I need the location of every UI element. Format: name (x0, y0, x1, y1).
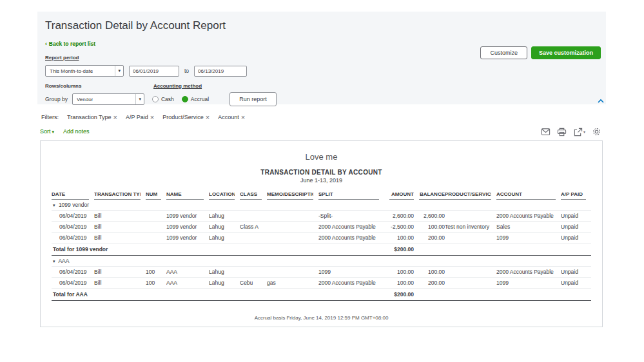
accrual-radio[interactable]: Accrual (182, 96, 209, 102)
printer-icon (557, 128, 567, 137)
group-by-label: Group by (45, 96, 68, 102)
table-cell: 1099 (318, 267, 384, 278)
transaction-row[interactable]: 06/04/2019Bill1099 vendorLahug2000 Accou… (52, 233, 591, 243)
collapse-triangle-icon[interactable]: ▾ (53, 259, 55, 263)
table-cell: 1099 (496, 233, 561, 243)
report-period-controls: This Month-to-date ▾ to (45, 65, 598, 77)
group-by-select-value: Vendor (77, 97, 93, 102)
group-by-select[interactable]: Vendor ▾ (72, 93, 144, 105)
table-cell: 100 (146, 267, 166, 278)
remove-filter-icon[interactable]: × (150, 115, 154, 120)
table-cell: 2000 Accounts Payable (318, 278, 384, 289)
group-row: ▾ 1099 vendor (52, 200, 591, 211)
accounting-method-label: Accounting method (153, 83, 202, 89)
header-action-buttons: Customize Save customization (480, 46, 601, 59)
print-button[interactable] (557, 128, 567, 137)
email-button[interactable] (541, 128, 551, 136)
table-cell: Bill (94, 233, 146, 243)
report-footer: Accrual basis Friday, June 14, 2019 12:5… (41, 315, 602, 321)
export-button[interactable]: ▾ (573, 128, 585, 137)
total-label: Total for AAA (52, 289, 384, 301)
page-title: Transaction Detail by Account Report (45, 19, 598, 32)
report-table-body: ▾ 1099 vendor06/04/2019Bill1099 vendorLa… (52, 200, 591, 301)
rows-columns-label: Rows/columns (45, 83, 81, 89)
table-cell: 200.00 (414, 233, 445, 243)
radio-checked-icon (182, 96, 188, 102)
report-table-head-row: DATETRANSACTION TYPENUMNAMELOCATIONCLASS… (52, 191, 591, 200)
column-header-location: LOCATION (209, 191, 240, 200)
transaction-row[interactable]: 06/04/2019Bill1099 vendorLahugClass A200… (52, 222, 591, 233)
table-cell (445, 211, 496, 222)
gear-icon (592, 127, 601, 137)
filters-label: Filters: (41, 114, 59, 120)
report-settings-button[interactable] (592, 127, 601, 137)
table-cell: 1099 vendor (166, 222, 209, 233)
table-cell: Class A (240, 222, 267, 233)
cash-radio[interactable]: Cash (152, 96, 174, 102)
column-header-memo-description: MEMO/DESCRIPTION (267, 191, 318, 200)
envelope-icon (541, 128, 551, 136)
save-customization-button[interactable]: Save customization (531, 46, 601, 59)
column-header-class: CLASS (240, 191, 267, 200)
table-cell: -2,500.00 (384, 222, 414, 233)
group-by-controls: Group by Vendor ▾ Cash Accrual Run repor… (45, 92, 598, 106)
collapse-triangle-icon[interactable]: ▾ (53, 203, 55, 207)
column-header-amount: AMOUNT (384, 191, 414, 200)
table-cell (445, 233, 496, 243)
table-cell: 2000 Accounts Payable (496, 267, 561, 278)
remove-filter-icon[interactable]: × (241, 115, 245, 120)
table-cell: 100.00 (414, 267, 445, 278)
filter-chip-label: Product/Service (162, 114, 204, 120)
column-header-product-service: PRODUCT/SERVICE (445, 191, 496, 200)
table-cell (445, 278, 496, 289)
run-report-button[interactable]: Run report (229, 92, 277, 106)
table-cell (267, 233, 318, 243)
transaction-row[interactable]: 06/04/2019Bill100AAALahugCebugas2000 Acc… (52, 278, 591, 289)
column-header-date: DATE (52, 191, 94, 200)
table-cell: 06/04/2019 (52, 267, 94, 278)
column-header-split: SPLIT (318, 191, 384, 200)
group-row: ▾ AAA (52, 256, 591, 267)
customize-button[interactable]: Customize (480, 46, 527, 59)
back-to-report-list-link[interactable]: ‹Back to report list (45, 41, 95, 47)
sort-dropdown[interactable]: Sort▾ (40, 128, 54, 135)
group-toggle[interactable]: ▾ AAA (52, 256, 591, 267)
table-cell: Lahug (209, 267, 240, 278)
table-cell (445, 267, 496, 278)
filter-chip-account: Account × (218, 114, 245, 120)
total-filler (414, 289, 591, 301)
report-table: DATETRANSACTION TYPENUMNAMELOCATIONCLASS… (52, 191, 591, 301)
transaction-row[interactable]: 06/04/2019Bill1099 vendorLahug-Split-2,6… (52, 211, 591, 222)
total-filler (414, 243, 591, 256)
date-range-to-label: to (184, 68, 189, 74)
transaction-row[interactable]: 06/04/2019Bill100AAALahug1099100.00100.0… (52, 267, 591, 278)
remove-filter-icon[interactable]: × (113, 115, 117, 120)
page: Transaction Detail by Account Report ‹Ba… (0, 0, 644, 362)
date-to-input[interactable] (194, 66, 247, 77)
remove-filter-icon[interactable]: × (206, 115, 210, 120)
report-toolbar: Sort▾ Add notes (40, 128, 603, 138)
accounting-method-radios: Cash Accrual (152, 96, 209, 102)
report-period-select-value: This Month-to-date (50, 68, 93, 74)
table-cell: Unpaid (561, 278, 591, 289)
add-notes-link[interactable]: Add notes (63, 128, 90, 135)
table-cell (267, 211, 318, 222)
filter-chip-label: Transaction Type (67, 114, 112, 120)
table-cell: Unpaid (561, 222, 591, 233)
table-cell: 2,600.00 (414, 211, 445, 222)
table-cell: 1099 vendor (166, 233, 209, 243)
report-period-select[interactable]: This Month-to-date ▾ (45, 65, 124, 77)
collapse-panel-button[interactable] (597, 99, 605, 104)
filter-chip-label: Account (218, 114, 239, 120)
total-row: Total for AAA$200.00 (52, 289, 591, 301)
group-toggle[interactable]: ▾ 1099 vendor (52, 200, 591, 211)
table-cell: 06/04/2019 (52, 233, 94, 243)
table-cell: 100 (146, 278, 166, 289)
filter-chip-transaction-type: Transaction Type × (67, 114, 117, 120)
table-cell: Bill (94, 211, 146, 222)
date-from-input[interactable] (129, 66, 179, 77)
chevron-down-icon: ▾ (135, 94, 144, 104)
table-cell: Cebu (240, 278, 267, 289)
table-cell: 06/04/2019 (52, 222, 94, 233)
table-cell: 100.00 (414, 222, 445, 233)
